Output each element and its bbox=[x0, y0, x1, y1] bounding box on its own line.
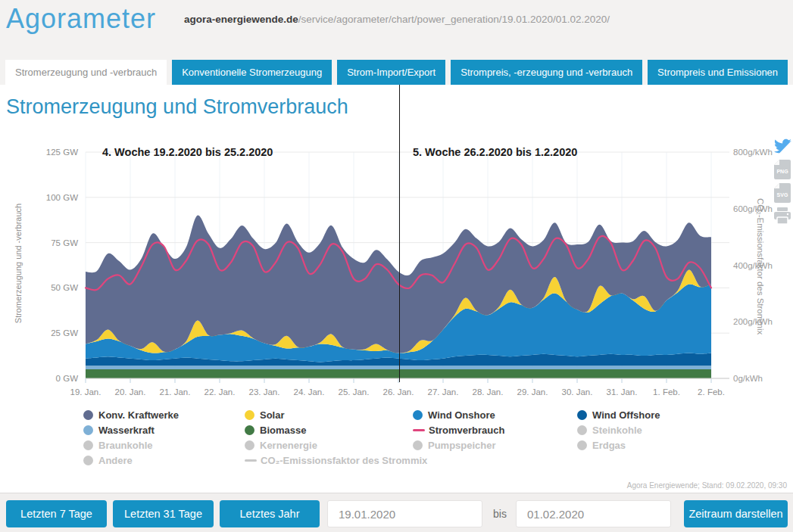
legend-item-label: CO₂-Emissionsfaktor des Strommix bbox=[261, 455, 427, 466]
legend-item-wind-onshore[interactable]: Wind Onshore bbox=[413, 407, 504, 422]
legend-item-konv-kraftwerke[interactable]: Konv. Kraftwerke bbox=[83, 407, 179, 422]
print-icon[interactable] bbox=[773, 207, 791, 224]
x-tick-label: 1. Feb. bbox=[653, 387, 680, 397]
legend-column: Konv. KraftwerkeWasserkraftBraunkohleAnd… bbox=[83, 407, 179, 468]
download-png-icon[interactable]: PNG bbox=[774, 160, 791, 179]
x-tick-label: 31. Jan. bbox=[607, 387, 638, 397]
legend-item-label: Kernenergie bbox=[260, 440, 317, 451]
legend-item-label: Stromverbrauch bbox=[429, 425, 504, 436]
x-tick-label: 2. Feb. bbox=[698, 387, 725, 397]
x-tick-label: 29. Jan. bbox=[517, 387, 548, 397]
legend-dot-swatch bbox=[83, 456, 93, 465]
bis-label: bis bbox=[493, 508, 507, 520]
y-left-tick-label: 0 GW bbox=[56, 374, 79, 383]
app-title: Agorameter bbox=[6, 3, 156, 35]
y-left-tick-label: 25 GW bbox=[51, 328, 78, 338]
legend-dot-swatch bbox=[83, 440, 93, 450]
legend-item-wasserkraft[interactable]: Wasserkraft bbox=[83, 422, 179, 437]
y-right-tick-label: 200g/kWh bbox=[733, 317, 773, 326]
show-period-button[interactable]: Zeitraum darstellen bbox=[684, 500, 788, 527]
last-31-days-button[interactable]: Letzten 31 Tage bbox=[113, 500, 214, 527]
date-from-input[interactable] bbox=[327, 500, 482, 527]
legend-line-swatch bbox=[413, 429, 425, 431]
y-right-tick-label: 800g/kWh bbox=[733, 148, 773, 157]
twitter-share-icon[interactable] bbox=[774, 138, 791, 154]
x-tick-label: 19. Jan. bbox=[70, 387, 101, 397]
x-tick-label: 25. Jan. bbox=[339, 387, 370, 397]
legend-item-label: Biomasse bbox=[260, 425, 306, 436]
legend-item-stromverbrauch[interactable]: Stromverbrauch bbox=[413, 422, 504, 437]
x-tick-label: 26. Jan. bbox=[383, 387, 414, 397]
last-year-button[interactable]: Letztes Jahr bbox=[220, 500, 320, 527]
export-toolbar: PNG SVG bbox=[773, 138, 791, 224]
attribution-text: Agora Energiewende; Stand: 09.02.2020, 0… bbox=[627, 481, 787, 490]
week-annotation-4: 4. Woche 19.2.2020 bis 25.2.2020 bbox=[102, 146, 273, 158]
breadcrumb-url: agora-energiewende.de/service/agorameter… bbox=[184, 14, 610, 25]
legend-line-swatch bbox=[245, 459, 257, 462]
y-left-tick-label: 50 GW bbox=[51, 283, 78, 292]
tab-stromerzeugung-und-verbrauch[interactable]: Stromerzeugung und -verbrauch bbox=[5, 60, 167, 85]
week-annotation-5: 5. Woche 26.2.2020 bis 1.2.2020 bbox=[413, 146, 577, 158]
x-tick-label: 27. Jan. bbox=[428, 387, 459, 397]
legend-item-label: Erdgas bbox=[592, 440, 626, 451]
area-series-biomasse bbox=[86, 369, 711, 378]
legend-dot-swatch bbox=[245, 425, 254, 435]
legend-item-label: Solar bbox=[260, 409, 285, 421]
week-separator-line bbox=[399, 85, 400, 382]
x-tick-label: 28. Jan. bbox=[473, 387, 504, 397]
x-tick-label: 20. Jan. bbox=[115, 387, 146, 397]
legend-dot-swatch bbox=[413, 440, 423, 450]
tab-konventionelle-stromerzeugung[interactable]: Konventionelle Stromerzeugung bbox=[172, 60, 332, 85]
legend-dot-swatch bbox=[577, 410, 587, 420]
legend-column: Wind OffshoreSteinkohleErdgas bbox=[577, 407, 660, 453]
y-right-tick-label: 600g/kWh bbox=[733, 204, 773, 213]
area-series-wasserkraft bbox=[86, 366, 711, 369]
last-7-days-button[interactable]: Letzten 7 Tage bbox=[6, 500, 107, 527]
tab-bar: Stromerzeugung und -verbrauchKonventione… bbox=[5, 60, 793, 85]
legend-dot-swatch bbox=[83, 425, 93, 435]
tab-strompreis-erzeugung-und-verbrauch[interactable]: Strompreis, -erzeugung und -verbrauch bbox=[451, 60, 642, 85]
y-left-tick-label: 75 GW bbox=[51, 238, 78, 247]
tab-strom-import-export[interactable]: Strom-Import/Export bbox=[337, 60, 445, 85]
legend-item-label: Pumpspeicher bbox=[428, 440, 496, 451]
x-tick-label: 30. Jan. bbox=[562, 387, 593, 397]
legend-dot-swatch bbox=[577, 440, 587, 450]
legend-item-biomasse[interactable]: Biomasse bbox=[245, 422, 427, 437]
date-to-input[interactable] bbox=[516, 500, 671, 527]
download-svg-icon[interactable]: SVG bbox=[774, 183, 791, 203]
page-title: Stromerzeugung und Stromverbrauch bbox=[6, 95, 348, 119]
legend-item-andere[interactable]: Andere bbox=[83, 453, 179, 468]
legend-item-steinkohle[interactable]: Steinkohle bbox=[577, 422, 660, 437]
legend-item-label: Andere bbox=[98, 455, 133, 466]
legend-dot-swatch bbox=[245, 410, 254, 420]
legend-item-label: Wind Offshore bbox=[592, 409, 660, 421]
legend-dot-swatch bbox=[245, 440, 254, 450]
y-right-tick-label: 400g/kWh bbox=[733, 261, 773, 270]
legend-item-solar[interactable]: Solar bbox=[245, 407, 427, 422]
y-right-tick-label: 0g/kWh bbox=[733, 374, 763, 383]
x-tick-label: 23. Jan. bbox=[249, 387, 280, 397]
legend-item-label: Braunkohle bbox=[98, 440, 153, 451]
tab-strompreis-und-emissionen[interactable]: Strompreis und Emissionen bbox=[648, 60, 788, 85]
legend-dot-swatch bbox=[413, 410, 423, 420]
legend-column: Wind OnshoreStromverbrauchPumpspeicher bbox=[413, 407, 504, 453]
legend-item-label: Konv. Kraftwerke bbox=[98, 409, 179, 421]
legend-item-label: Wind Onshore bbox=[428, 409, 495, 421]
svg-icon-label: SVG bbox=[777, 192, 788, 198]
legend-item-erdgas[interactable]: Erdgas bbox=[577, 437, 660, 453]
legend-dot-swatch bbox=[83, 410, 93, 420]
legend-item-wind-offshore[interactable]: Wind Offshore bbox=[577, 407, 660, 422]
y-left-tick-label: 100 GW bbox=[46, 193, 78, 202]
x-tick-label: 22. Jan. bbox=[204, 387, 236, 397]
legend-item-label: Steinkohle bbox=[592, 425, 642, 436]
legend-item-kernenergie[interactable]: Kernenergie bbox=[245, 437, 427, 453]
url-path: /service/agorameter/chart/power_generati… bbox=[298, 14, 610, 25]
legend-item-pumpspeicher[interactable]: Pumpspeicher bbox=[413, 437, 504, 453]
x-tick-label: 21. Jan. bbox=[160, 387, 191, 397]
png-icon-label: PNG bbox=[776, 169, 788, 174]
x-tick-label: 24. Jan. bbox=[294, 387, 325, 397]
url-domain: agora-energiewende.de bbox=[184, 14, 298, 25]
legend-item-co-emissionsfaktor-des-strommix[interactable]: CO₂-Emissionsfaktor des Strommix bbox=[245, 453, 427, 468]
legend-column: SolarBiomasseKernenergieCO₂-Emissionsfak… bbox=[245, 407, 427, 468]
legend-item-braunkohle[interactable]: Braunkohle bbox=[83, 437, 179, 453]
